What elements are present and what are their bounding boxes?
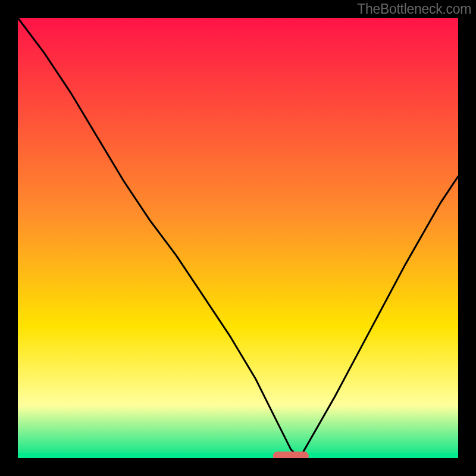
border-bottom (0, 458, 476, 476)
watermark-text: TheBottleneck.com (357, 1, 471, 17)
gradient-background (18, 18, 458, 458)
plot-area (18, 18, 458, 460)
border-right (458, 0, 476, 476)
border-left (0, 0, 18, 476)
chart-frame: TheBottleneck.com (0, 0, 476, 476)
bottleneck-chart (0, 0, 476, 476)
green-baseline-band (18, 453, 458, 458)
